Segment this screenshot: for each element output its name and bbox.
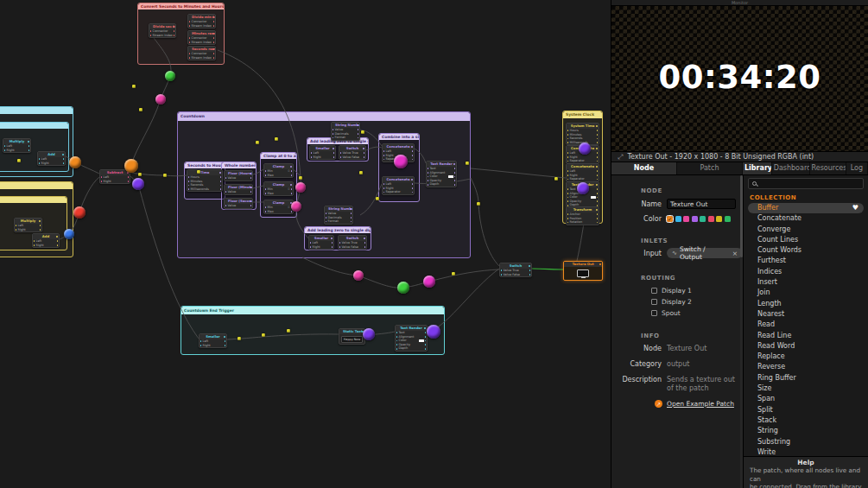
output-port[interactable] <box>425 348 427 350</box>
output-port[interactable] <box>597 174 599 176</box>
output-port[interactable] <box>597 193 599 194</box>
output-port[interactable] <box>425 340 427 342</box>
input-port[interactable] <box>567 170 569 172</box>
input-port[interactable] <box>428 168 429 169</box>
input-port[interactable] <box>340 152 342 154</box>
text-value-box[interactable]: Happy New Year <box>341 336 363 343</box>
input-port[interactable] <box>501 274 503 276</box>
output-port[interactable] <box>597 218 599 219</box>
node-switch[interactable]: SwitchValue TrueValue False <box>499 263 532 277</box>
wire[interactable] <box>253 169 263 174</box>
node-floor-seconds[interactable]: Floor (Seconds)Value <box>224 198 253 209</box>
input-port[interactable] <box>383 183 385 185</box>
node-text-render[interactable]: Text RenderTextAlignmentColorOpacityDept… <box>395 325 428 352</box>
input-port[interactable] <box>339 242 341 244</box>
output-port[interactable] <box>220 176 222 178</box>
input-port[interactable] <box>567 213 569 215</box>
input-port[interactable] <box>265 188 267 190</box>
wire-dot[interactable] <box>138 173 141 175</box>
input-port[interactable] <box>428 172 429 174</box>
wire-dot[interactable] <box>197 170 200 173</box>
remove-connection-icon[interactable]: × <box>732 250 738 257</box>
output-port[interactable] <box>213 25 215 27</box>
output-port[interactable] <box>425 336 427 338</box>
input-port[interactable] <box>339 246 341 248</box>
output-port[interactable] <box>364 246 366 248</box>
input-port[interactable] <box>428 180 429 181</box>
wire-dot[interactable] <box>256 141 258 143</box>
input-port[interactable] <box>326 221 327 223</box>
favorite-heart-icon[interactable]: ♥ <box>852 203 858 213</box>
input-port[interactable] <box>567 179 569 181</box>
input-port[interactable] <box>567 161 569 162</box>
output-port[interactable] <box>291 188 293 190</box>
input-port[interactable] <box>567 188 569 190</box>
input-port[interactable] <box>189 21 191 22</box>
output-port[interactable] <box>412 159 414 161</box>
input-port[interactable] <box>326 212 327 214</box>
checkbox-display-1[interactable] <box>651 288 657 294</box>
output-port[interactable] <box>213 41 215 43</box>
library-item-furthest[interactable]: Furthest <box>744 256 868 266</box>
output-port[interactable] <box>333 152 335 154</box>
library-item-buffer[interactable]: Buffer♥ <box>748 203 864 213</box>
tab-resources[interactable]: Resources <box>810 162 846 174</box>
library-item-read-word[interactable]: Read Word <box>744 341 868 352</box>
output-port[interactable] <box>425 344 427 345</box>
input-port[interactable] <box>567 218 569 219</box>
output-port[interactable] <box>213 53 215 54</box>
tab-patch[interactable]: Patch <box>677 162 743 174</box>
input-port[interactable] <box>101 176 103 178</box>
color-swatch-3[interactable] <box>692 216 698 222</box>
color-value-swatch[interactable] <box>419 339 424 342</box>
output-port[interactable] <box>454 172 456 174</box>
library-item-concatenate[interactable]: Concatenate <box>744 213 868 224</box>
output-port[interactable] <box>29 145 30 147</box>
library-item-count-lines[interactable]: Count Lines <box>744 235 868 245</box>
output-port[interactable] <box>597 179 599 181</box>
input-port[interactable] <box>567 130 569 131</box>
wire-dot[interactable] <box>238 337 240 339</box>
node-string-number[interactable]: String NumberValueDecimalsFormat <box>331 122 360 141</box>
library-item-stack[interactable]: Stack <box>744 415 868 426</box>
tab-dashboard[interactable]: Dashboard <box>772 162 810 174</box>
input-port[interactable] <box>200 345 202 346</box>
library-item-reverse[interactable]: Reverse <box>744 362 868 372</box>
input-port[interactable] <box>150 35 152 36</box>
output-port[interactable] <box>364 242 366 244</box>
wire[interactable] <box>130 176 199 339</box>
library-item-read-line[interactable]: Read Line <box>744 331 868 341</box>
input-port[interactable] <box>200 340 202 342</box>
output-port[interactable] <box>597 200 599 202</box>
color-swatch-0[interactable] <box>667 216 673 222</box>
color-swatch-4[interactable] <box>700 216 706 222</box>
output-port[interactable] <box>412 183 414 185</box>
node-text-render[interactable]: Text RenderTextAlignmentColorOpacityDept… <box>426 161 457 187</box>
output-port[interactable] <box>597 188 599 190</box>
node-add[interactable]: AddLeftRight <box>37 151 66 166</box>
node-divide-sec-to-min[interactable]: Divide sec to minConnectorStream index <box>149 23 176 38</box>
node-clamp[interactable]: Clamp0MinMax <box>263 163 294 178</box>
color-swatch-7[interactable] <box>725 216 731 222</box>
wire-dot[interactable] <box>132 85 135 87</box>
input-port[interactable] <box>567 193 569 194</box>
library-item-ring-buffer[interactable]: Ring Buffer <box>744 373 868 383</box>
input-port[interactable] <box>383 187 385 189</box>
output-port[interactable] <box>225 340 226 342</box>
wire[interactable] <box>366 147 382 150</box>
library-item-split[interactable]: Split <box>744 405 868 415</box>
output-port[interactable] <box>597 161 599 162</box>
output-port[interactable] <box>597 197 599 199</box>
search-input[interactable] <box>759 180 859 187</box>
input-port[interactable] <box>188 185 190 187</box>
input-port[interactable] <box>333 133 334 135</box>
node-floor-minutes[interactable]: Floor (Minutes)Value <box>224 184 253 195</box>
connection-ball[interactable] <box>363 328 375 340</box>
node-switch[interactable]: SwitchValue TrueValue False <box>339 145 366 160</box>
input-connection-chip[interactable]: ∿ Switch / Output × <box>667 248 743 258</box>
input-port[interactable] <box>4 145 6 147</box>
connection-ball[interactable] <box>73 206 86 219</box>
wire[interactable] <box>577 223 584 261</box>
output-port[interactable] <box>128 181 130 182</box>
output-port[interactable] <box>454 180 456 181</box>
